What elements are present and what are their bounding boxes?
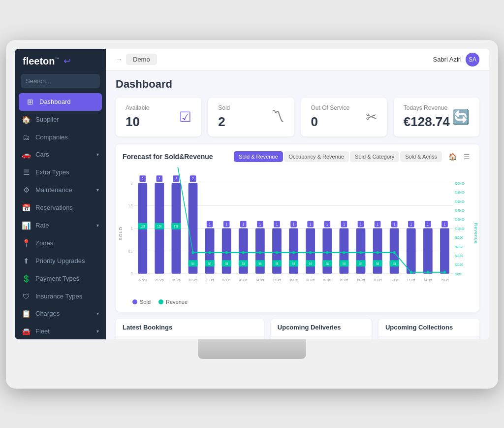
sidebar-item-insurance-types[interactable]: 🛡 Insurance Types xyxy=(15,288,106,305)
latest-bookings-header: CONF NUM.SOURCEUSERTOTAL CHARGEBOOKING T… xyxy=(116,336,264,339)
nav-label-12: Charges xyxy=(35,310,92,317)
svg-text:€20.00: €20.00 xyxy=(455,263,463,266)
topbar-demo-label[interactable]: Demo xyxy=(126,54,157,65)
nav-label-1: Supplier xyxy=(35,116,99,123)
menu-icon[interactable]: ☰ xyxy=(461,152,472,162)
stat-card-3: Todays Revenue €128.74 🔄 xyxy=(394,98,479,136)
svg-text:0: 0 xyxy=(131,271,133,276)
svg-rect-111 xyxy=(390,228,399,273)
chart-section: Forecast for Sold&Revenue Sold & Revenue… xyxy=(116,144,479,312)
chart-tabs: Sold & RevenueOccupancy & RevenueSold & … xyxy=(234,151,442,162)
sidebar-item-dashboard[interactable]: ⊞ Dashboard xyxy=(19,93,102,111)
svg-text:2: 2 xyxy=(142,176,144,181)
sidebar-item-fleet[interactable]: 🚘 Fleet ▾ xyxy=(15,323,106,339)
svg-text:06 Oct: 06 Oct xyxy=(289,277,297,281)
nav-icon-6: 📅 xyxy=(22,203,31,212)
chart-header: Forecast for Sold&Revenue Sold & Revenue… xyxy=(123,151,472,162)
svg-text:1: 1 xyxy=(259,222,261,227)
svg-text:128: 128 xyxy=(157,224,161,228)
home-icon[interactable]: 🏠 xyxy=(446,152,459,162)
chart-tab-2[interactable]: Sold & Category xyxy=(350,151,399,162)
svg-text:1: 1 xyxy=(209,222,211,227)
sidebar-search[interactable] xyxy=(21,74,100,88)
latest-bookings-title: Latest Bookings xyxy=(116,319,264,336)
stat-value-1: 2 xyxy=(218,114,230,130)
nav-arrow-icon-7: ▾ xyxy=(96,223,99,228)
nav-label-2: Companies xyxy=(35,133,99,141)
nav-label-6: Reservations xyxy=(35,204,99,211)
sidebar-item-cars[interactable]: 🚗 Cars ▾ xyxy=(15,146,106,164)
svg-text:03 Oct: 03 Oct xyxy=(239,277,247,281)
stat-card-left-3: Todays Revenue €128.74 xyxy=(404,104,450,130)
svg-text:€0.00: €0.00 xyxy=(455,272,462,276)
sidebar-item-payment-types[interactable]: 💲 Payment Types xyxy=(15,270,106,288)
nav-arrow-icon-13: ▾ xyxy=(96,329,99,334)
svg-rect-63 xyxy=(255,228,265,273)
chart-y-right-label: Revenue xyxy=(473,223,478,244)
nav-label-4: Extra Types xyxy=(35,168,99,176)
svg-text:€40.00: €40.00 xyxy=(455,254,463,258)
svg-text:1: 1 xyxy=(444,222,446,227)
svg-text:14 Oct: 14 Oct xyxy=(424,277,432,281)
stat-card-1: Sold 2 〽 xyxy=(208,98,294,136)
svg-rect-69 xyxy=(272,228,282,273)
svg-text:28 Sep: 28 Sep xyxy=(155,277,164,282)
sidebar-item-zones[interactable]: 📍 Zones xyxy=(15,234,106,252)
nav-label-0: Dashboard xyxy=(39,98,95,105)
sidebar-item-reservations[interactable]: 📅 Reservations xyxy=(15,199,106,217)
svg-point-136 xyxy=(259,251,261,254)
chart-tab-3[interactable]: Sold & Acriss xyxy=(400,151,442,162)
topbar-arrow-icon: → xyxy=(116,56,122,63)
logo-accent-icon: ↩ xyxy=(63,56,71,66)
monitor-frame: fleeton™ ↩ ⊞ Dashboard 🏠 Supplier 🗂 Comp… xyxy=(6,40,498,389)
nav-label-9: Priority Upgrades xyxy=(35,257,99,264)
stat-icon-3: 🔄 xyxy=(452,109,470,125)
nav-icon-12: 📋 xyxy=(22,309,31,318)
svg-text:09 Oct: 09 Oct xyxy=(340,277,348,281)
svg-text:€160.00: €160.00 xyxy=(455,199,465,203)
nav-icon-1: 🏠 xyxy=(22,115,31,124)
nav-label-8: Zones xyxy=(35,239,99,247)
latest-bookings-table: Latest Bookings CONF NUM.SOURCEUSERTOTAL… xyxy=(116,319,264,339)
svg-text:1: 1 xyxy=(360,222,362,227)
topbar: → Demo Sabri Aziri SA xyxy=(106,49,489,71)
table-header-cell-2: USER xyxy=(184,336,208,339)
sidebar-item-priority-upgrades[interactable]: ⬆ Priority Upgrades xyxy=(15,252,106,270)
legend-item-0: Sold xyxy=(132,299,151,305)
svg-text:58: 58 xyxy=(359,262,362,265)
svg-rect-75 xyxy=(289,228,298,273)
sidebar-item-companies[interactable]: 🗂 Companies xyxy=(15,129,106,146)
svg-text:58: 58 xyxy=(208,262,211,265)
nav-label-5: Maintenance xyxy=(35,186,92,194)
legend-item-1: Revenue xyxy=(158,299,188,305)
sidebar-item-maintenance[interactable]: ⚙ Maintenance ▾ xyxy=(15,181,106,199)
svg-text:€80.00: €80.00 xyxy=(455,235,463,239)
logo-text: fleeton™ xyxy=(23,56,60,67)
svg-text:29 Sep: 29 Sep xyxy=(172,277,181,282)
page-content: Dashboard Available 10 ☑ Sold 2 〽 Out Of… xyxy=(106,71,489,339)
stat-label-1: Sold xyxy=(218,104,230,111)
svg-text:30 Sep: 30 Sep xyxy=(189,277,197,282)
svg-text:58: 58 xyxy=(191,262,194,265)
svg-text:12 Oct: 12 Oct xyxy=(390,277,398,281)
svg-point-140 xyxy=(326,251,328,254)
sidebar-item-supplier[interactable]: 🏠 Supplier xyxy=(15,111,106,129)
upcoming-collections-title: Upcoming Collections xyxy=(378,319,479,336)
svg-text:58: 58 xyxy=(393,262,396,265)
chart-tab-0[interactable]: Sold & Revenue xyxy=(234,151,283,162)
svg-text:€60.00: €60.00 xyxy=(455,244,463,248)
nav-icon-4: ☰ xyxy=(22,168,31,177)
table-header-cell-1: SOURCE xyxy=(154,336,185,339)
nav-icon-0: ⊞ xyxy=(26,98,34,106)
sidebar-item-charges[interactable]: 📋 Charges ▾ xyxy=(15,305,106,323)
search-input[interactable] xyxy=(21,74,100,88)
sidebar-item-extra-types[interactable]: ☰ Extra Types xyxy=(15,164,106,181)
svg-rect-93 xyxy=(340,228,349,273)
svg-point-142 xyxy=(360,251,362,254)
sidebar-item-rate[interactable]: 📊 Rate ▾ xyxy=(15,217,106,234)
nav-icon-8: 📍 xyxy=(22,239,31,248)
svg-point-147 xyxy=(443,270,446,274)
sidebar: fleeton™ ↩ ⊞ Dashboard 🏠 Supplier 🗂 Comp… xyxy=(15,49,106,339)
chart-tab-1[interactable]: Occupancy & Revenue xyxy=(284,151,349,162)
svg-text:58: 58 xyxy=(258,262,261,265)
